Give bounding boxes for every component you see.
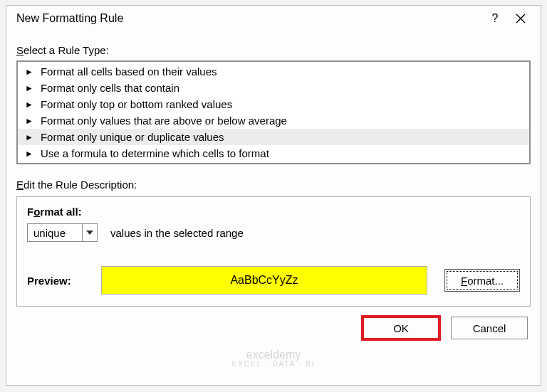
rule-marker-icon: ►: [25, 83, 33, 93]
combobox-suffix-text: values in the selected range: [110, 227, 244, 239]
rule-description-box: Format all: unique values in the selecte…: [16, 196, 531, 307]
rule-type-text: Use a formula to determine which cells t…: [41, 147, 269, 159]
format-all-combobox[interactable]: unique: [27, 223, 98, 242]
format-button[interactable]: Format...: [444, 269, 520, 292]
rule-type-item[interactable]: ►Format only top or bottom ranked values: [18, 96, 529, 112]
rule-type-item[interactable]: ►Use a formula to determine which cells …: [18, 145, 529, 161]
rule-marker-icon: ►: [25, 132, 33, 142]
dialog-title: New Formatting Rule: [16, 12, 123, 25]
select-rule-type-label: Select a Rule Type:: [16, 44, 531, 56]
rule-type-item[interactable]: ►Format only unique or duplicate values: [18, 129, 529, 145]
cancel-button[interactable]: Cancel: [451, 317, 528, 339]
rule-type-list[interactable]: ►Format all cells based on their values►…: [16, 60, 531, 164]
new-formatting-rule-dialog: New Formatting Rule ? Select a Rule Type…: [6, 5, 541, 386]
rule-marker-icon: ►: [25, 149, 33, 159]
preview-swatch: AaBbCcYyZz: [101, 266, 427, 295]
rule-marker-icon: ►: [25, 116, 33, 126]
rule-type-item[interactable]: ►Format only cells that contain: [18, 80, 529, 96]
rule-type-text: Format only values that are above or bel…: [41, 115, 287, 127]
rule-type-text: Format only top or bottom ranked values: [41, 98, 232, 110]
combobox-value: unique: [28, 227, 82, 239]
edit-rule-description-label: Edit the Rule Description:: [16, 179, 531, 191]
rule-type-text: Format all cells based on their values: [41, 65, 217, 78]
preview-label: Preview:: [27, 275, 101, 287]
rule-type-item[interactable]: ►Format only values that are above or be…: [18, 112, 529, 129]
rule-marker-icon: ►: [25, 100, 33, 110]
svg-marker-2: [86, 231, 93, 235]
chevron-down-icon: [82, 224, 97, 241]
rule-type-text: Format only cells that contain: [41, 82, 179, 94]
rule-type-text: Format only unique or duplicate values: [41, 131, 224, 143]
ok-button[interactable]: OK: [363, 317, 439, 339]
rule-marker-icon: ►: [25, 67, 33, 77]
close-icon[interactable]: [508, 6, 533, 31]
titlebar: New Formatting Rule ?: [6, 6, 541, 31]
watermark: exceldemy EXCEL · DATA · BI: [6, 349, 541, 368]
help-icon[interactable]: ?: [482, 6, 508, 31]
format-all-label: Format all:: [27, 206, 520, 218]
rule-type-item[interactable]: ►Format all cells based on their values: [18, 63, 529, 80]
